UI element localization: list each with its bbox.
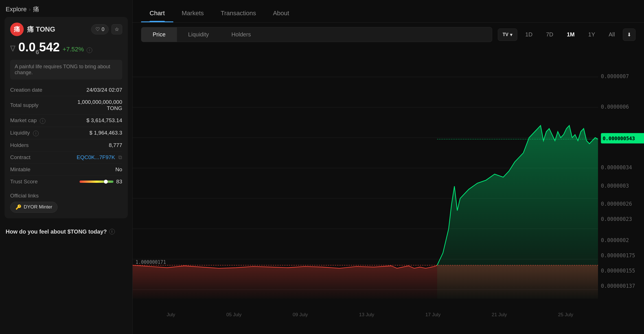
x-label-17july: 17 July bbox=[425, 312, 441, 318]
table-row: Creation date 24/03/24 02:07 bbox=[10, 84, 122, 96]
breadcrumb: Explore › 痛 bbox=[0, 0, 132, 17]
svg-text:0.0000006: 0.0000006 bbox=[601, 104, 629, 110]
svg-text:0.00000034: 0.00000034 bbox=[601, 164, 632, 171]
time-1d-button[interactable]: 1D bbox=[520, 28, 538, 41]
tab-about[interactable]: About bbox=[264, 3, 298, 22]
x-label-july: July bbox=[167, 312, 175, 318]
official-links: Official links 🔑 DYOR Minter bbox=[10, 193, 122, 213]
view-liquidity-button[interactable]: Liquidity bbox=[177, 27, 220, 42]
contract-label: Contract bbox=[10, 151, 72, 163]
time-7d-button[interactable]: 7D bbox=[540, 28, 559, 41]
svg-text:0.000000175: 0.000000175 bbox=[601, 252, 635, 259]
time-controls: TV ▾ 1D 7D 1M 1Y All ⬇ bbox=[498, 28, 636, 41]
trust-thumb bbox=[104, 180, 108, 184]
token-header-actions: ♡ 0 ☆ bbox=[91, 24, 122, 34]
star-icon: ☆ bbox=[115, 27, 119, 32]
price-row: ∇ 0.06542 +7.52% i bbox=[10, 40, 122, 56]
download-button[interactable]: ⬇ bbox=[623, 28, 636, 41]
trust-score-label: Trust Score bbox=[10, 175, 72, 188]
tab-transactions[interactable]: Transactions bbox=[212, 3, 264, 22]
total-supply-label: Total supply bbox=[10, 96, 72, 114]
time-1m-button[interactable]: 1M bbox=[561, 28, 581, 41]
token-header: 痛 痛 TONG ♡ 0 ☆ bbox=[10, 23, 122, 36]
sentiment-title: How do you feel about $TONG today? i bbox=[6, 228, 127, 235]
chevron-down-icon: ▾ bbox=[510, 32, 512, 38]
svg-text:0.000000137: 0.000000137 bbox=[601, 283, 635, 289]
svg-text:0.00000026: 0.00000026 bbox=[601, 201, 632, 207]
price-chart: 0.0000007 0.0000006 0.0000005 0.00000034… bbox=[133, 47, 644, 320]
view-buttons: Price Liquidity Holders bbox=[141, 27, 492, 42]
table-row: Liquidity i $ 1,964,463.3 bbox=[10, 127, 122, 139]
tradingview-button[interactable]: TV ▾ bbox=[498, 28, 517, 41]
copy-icon[interactable]: ⧉ bbox=[118, 154, 122, 161]
price-change: +7.52% bbox=[63, 46, 84, 53]
download-icon: ⬇ bbox=[627, 32, 631, 38]
x-label-05july: 05 July bbox=[226, 312, 242, 318]
mintable-value: No bbox=[72, 163, 122, 175]
trust-score-cell: 83 bbox=[72, 175, 122, 188]
tab-chart[interactable]: Chart bbox=[141, 3, 173, 22]
liquidity-label: Liquidity i bbox=[10, 127, 72, 139]
price-info-icon[interactable]: i bbox=[87, 47, 92, 53]
left-panel: Explore › 痛 痛 痛 TONG ♡ 0 ☆ ∇ bbox=[0, 0, 133, 334]
trust-bar bbox=[80, 181, 113, 183]
table-row: Contract EQC0K...7F97K ⧉ bbox=[10, 151, 122, 163]
x-label-25july: 25 July bbox=[558, 312, 573, 318]
token-card: 痛 痛 TONG ♡ 0 ☆ ∇ 0.06542 +7.52% i A bbox=[5, 17, 128, 218]
key-icon: 🔑 bbox=[16, 204, 21, 210]
svg-text:0.0000007: 0.0000007 bbox=[601, 73, 629, 80]
svg-text:0.000000543: 0.000000543 bbox=[603, 135, 635, 141]
mintable-label: Mintable bbox=[10, 163, 72, 175]
market-cap-label: Market cap i bbox=[10, 114, 72, 127]
liquidity-info-icon[interactable]: i bbox=[33, 131, 39, 136]
star-button[interactable]: ☆ bbox=[111, 24, 122, 34]
x-label-13july: 13 July bbox=[359, 312, 374, 318]
chart-controls: Price Liquidity Holders TV ▾ 1D 7D 1M 1Y… bbox=[133, 23, 644, 47]
table-row: Mintable No bbox=[10, 163, 122, 175]
like-button[interactable]: ♡ 0 bbox=[91, 24, 109, 34]
svg-text:0.0000003: 0.0000003 bbox=[601, 183, 629, 189]
x-label-21july: 21 July bbox=[492, 312, 507, 318]
table-row: Market cap i $ 3,614,753.14 bbox=[10, 114, 122, 127]
svg-text:1.000000171: 1.000000171 bbox=[135, 259, 166, 265]
chart-area: 0.0000007 0.0000006 0.0000005 0.00000034… bbox=[133, 47, 644, 334]
table-row: Total supply 1,000,000,000,000 TONG bbox=[10, 96, 122, 114]
breadcrumb-explore[interactable]: Explore bbox=[6, 6, 27, 13]
trust-score-display: 83 bbox=[72, 179, 122, 185]
liquidity-value: $ 1,964,463.3 bbox=[72, 127, 122, 139]
price-main: 0.06542 bbox=[18, 40, 60, 56]
info-table: Creation date 24/03/24 02:07 Total suppl… bbox=[10, 84, 122, 188]
table-row: Trust Score 83 bbox=[10, 175, 122, 188]
creation-date-value: 24/03/24 02:07 bbox=[72, 84, 122, 96]
view-price-button[interactable]: Price bbox=[141, 27, 177, 42]
sentiment-section: How do you feel about $TONG today? i bbox=[0, 223, 132, 241]
price-prefix: ∇ bbox=[10, 44, 16, 53]
dyor-minter-button[interactable]: 🔑 DYOR Minter bbox=[10, 202, 58, 213]
svg-text:0.00000023: 0.00000023 bbox=[601, 216, 632, 222]
tab-markets[interactable]: Markets bbox=[173, 3, 212, 22]
breadcrumb-token: 痛 bbox=[33, 5, 39, 14]
tabs-bar: Chart Markets Transactions About bbox=[133, 0, 644, 23]
chart-x-axis: July 05 July 09 July 13 July 17 July 21 … bbox=[133, 310, 644, 320]
tradingview-icon: TV bbox=[503, 32, 508, 37]
svg-text:0.0000002: 0.0000002 bbox=[601, 237, 629, 243]
total-supply-value: 1,000,000,000,000 TONG bbox=[72, 96, 122, 114]
x-label-09july: 09 July bbox=[293, 312, 308, 318]
svg-text:0.000000155: 0.000000155 bbox=[601, 268, 635, 274]
token-logo: 痛 bbox=[10, 23, 24, 36]
market-cap-value: $ 3,614,753.14 bbox=[72, 114, 122, 127]
contract-value[interactable]: EQC0K...7F97K ⧉ bbox=[72, 151, 122, 163]
sentiment-info-icon[interactable]: i bbox=[109, 229, 115, 234]
creation-date-label: Creation date bbox=[10, 84, 72, 96]
token-logo-name: 痛 痛 TONG bbox=[10, 23, 55, 36]
right-panel: Chart Markets Transactions About Price L… bbox=[133, 0, 644, 334]
holders-value: 8,777 bbox=[72, 139, 122, 151]
market-cap-info-icon[interactable]: i bbox=[40, 118, 45, 124]
time-1y-button[interactable]: 1Y bbox=[582, 28, 601, 41]
view-holders-button[interactable]: Holders bbox=[220, 27, 262, 42]
token-description: A painful life requires TONG to bring ab… bbox=[10, 60, 122, 80]
table-row: Holders 8,777 bbox=[10, 139, 122, 151]
time-all-button[interactable]: All bbox=[603, 28, 621, 41]
official-links-title: Official links bbox=[10, 193, 122, 199]
breadcrumb-chevron: › bbox=[29, 6, 31, 12]
